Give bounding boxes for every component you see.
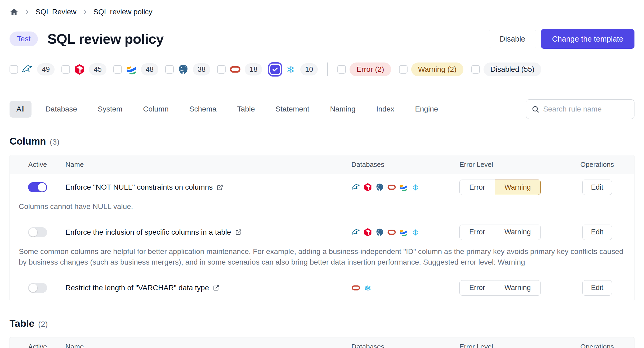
breadcrumb-current-page[interactable]: SQL review policy	[93, 8, 153, 16]
external-link-icon[interactable]	[213, 284, 220, 291]
home-icon[interactable]	[10, 7, 19, 16]
rule-databases-cell: ❄	[346, 283, 451, 292]
mysql-icon	[351, 183, 360, 192]
rule-name-cell: Enforce "NOT NULL" constraints on column…	[65, 183, 346, 191]
error-level-segmented-control: ErrorWarning	[459, 180, 541, 195]
environment-badge[interactable]: Test	[10, 32, 38, 46]
engine-filter-tidb[interactable]: 45	[61, 63, 106, 75]
mysql-icon	[22, 64, 33, 75]
engine-filter-snowflake[interactable]: ❄10	[269, 63, 318, 75]
rule-row: Enforce the inclusion of specific column…	[10, 219, 634, 275]
level-filter-disabled[interactable]: Disabled (55)	[471, 63, 542, 76]
engine-count-badge: 38	[193, 63, 210, 75]
error-level-button-warning[interactable]: Warning	[495, 280, 541, 296]
edit-button[interactable]: Edit	[582, 225, 612, 240]
rule-name-cell: Restrict the length of "VARCHAR" data ty…	[65, 284, 346, 292]
checkbox[interactable]	[10, 65, 18, 74]
tab-naming[interactable]: Naming	[323, 101, 362, 118]
error-level-button-error[interactable]: Error	[459, 180, 495, 195]
engine-count-badge: 18	[245, 63, 262, 75]
svg-text:❄: ❄	[364, 283, 371, 292]
tab-all[interactable]: All	[10, 101, 32, 118]
level-filter-warning[interactable]: Warning (2)	[399, 63, 463, 76]
engine-count-badge: 48	[141, 63, 158, 75]
search-input[interactable]	[543, 105, 629, 113]
level-badge: Disabled (55)	[484, 63, 542, 76]
checkbox[interactable]	[61, 65, 70, 74]
section-heading-column: Column(3)	[10, 136, 634, 147]
rule-active-toggle[interactable]	[28, 283, 47, 293]
edit-button[interactable]: Edit	[582, 180, 612, 195]
change-template-button[interactable]: Change the template	[541, 29, 634, 49]
postgresql-icon	[375, 228, 384, 237]
toggle-knob	[29, 228, 37, 237]
rules-table-column: ActiveNameDatabasesError LevelOperations…	[10, 155, 634, 301]
engine-filter-oceanbase[interactable]: 48	[113, 63, 158, 75]
column-header-databases: Databases	[346, 160, 451, 169]
column-header-active: Active	[10, 343, 65, 348]
error-level-button-error[interactable]: Error	[459, 280, 495, 296]
error-level-button-error[interactable]: Error	[459, 225, 495, 240]
section-title: Table	[10, 318, 34, 329]
mysql-icon	[351, 228, 360, 237]
checkbox[interactable]	[337, 65, 346, 74]
rule-name-cell: Enforce the inclusion of specific column…	[65, 228, 346, 237]
rule-row: Enforce "NOT NULL" constraints on column…	[10, 174, 634, 219]
rule-error-level-cell: ErrorWarning	[451, 280, 560, 296]
oracle-icon	[229, 64, 241, 75]
rule-active-toggle[interactable]	[28, 227, 47, 237]
level-badge: Warning (2)	[411, 63, 463, 76]
tab-table[interactable]: Table	[230, 101, 262, 118]
chevron-right-icon	[24, 9, 30, 15]
tab-column[interactable]: Column	[136, 101, 175, 118]
checkbox[interactable]	[399, 65, 408, 74]
column-header-databases: Databases	[346, 343, 451, 348]
checkbox[interactable]	[471, 65, 480, 74]
rule-error-level-cell: ErrorWarning	[451, 225, 560, 240]
rules-table-table: ActiveNameDatabasesError LevelOperations…	[10, 337, 634, 348]
edit-button[interactable]: Edit	[582, 280, 612, 296]
rule-description: Columns cannot have NULL value.	[10, 200, 634, 219]
level-filter-error[interactable]: Error (2)	[337, 63, 391, 76]
rule-databases-cell: ❄	[346, 228, 451, 237]
tab-database[interactable]: Database	[38, 101, 84, 118]
oracle-icon	[351, 283, 360, 292]
checkbox[interactable]	[270, 65, 280, 74]
engine-filter-oracle[interactable]: 18	[217, 63, 262, 75]
table-header-row: ActiveNameDatabasesError LevelOperations	[10, 155, 634, 174]
disable-button[interactable]: Disable	[489, 30, 536, 48]
error-level-segmented-control: ErrorWarning	[459, 225, 541, 240]
rule-description: Some common columns are helpful for bett…	[10, 245, 634, 275]
engine-filter-mysql[interactable]: 49	[10, 63, 55, 75]
snowflake-icon: ❄	[363, 283, 372, 292]
rule-active-toggle[interactable]	[28, 182, 47, 192]
checkbox[interactable]	[113, 65, 122, 74]
external-link-icon[interactable]	[235, 229, 242, 236]
rule-name: Enforce the inclusion of specific column…	[65, 228, 231, 237]
rule-main-row: Restrict the length of "VARCHAR" data ty…	[10, 275, 634, 301]
error-level-button-warning[interactable]: Warning	[495, 180, 541, 195]
oracle-icon	[387, 183, 396, 192]
tab-index[interactable]: Index	[369, 101, 401, 118]
external-link-icon[interactable]	[216, 184, 223, 191]
tab-schema[interactable]: Schema	[182, 101, 223, 118]
rule-main-row: Enforce the inclusion of specific column…	[10, 219, 634, 245]
search-box	[526, 99, 634, 119]
table-header-row: ActiveNameDatabasesError LevelOperations	[10, 337, 634, 348]
engine-count-badge: 45	[89, 63, 106, 75]
tab-system[interactable]: System	[91, 101, 129, 118]
tab-engine[interactable]: Engine	[408, 101, 445, 118]
checkbox[interactable]	[217, 65, 226, 74]
svg-text:❄: ❄	[412, 183, 419, 192]
error-level-button-warning[interactable]: Warning	[495, 225, 541, 240]
checkbox[interactable]	[165, 65, 174, 74]
rule-active-cell	[10, 227, 65, 237]
engine-filter-postgresql[interactable]: 38	[165, 63, 210, 75]
engine-filter-group: 4945483818❄10	[10, 63, 318, 75]
sql-review-policy-page: SQL Review SQL review policy Test SQL re…	[0, 0, 644, 348]
tab-statement[interactable]: Statement	[269, 101, 316, 118]
breadcrumb-sql-review[interactable]: SQL Review	[35, 8, 77, 16]
category-tabs: AllDatabaseSystemColumnSchemaTableStatem…	[10, 99, 634, 119]
level-badge: Error (2)	[350, 63, 391, 76]
postgresql-icon	[375, 183, 384, 192]
